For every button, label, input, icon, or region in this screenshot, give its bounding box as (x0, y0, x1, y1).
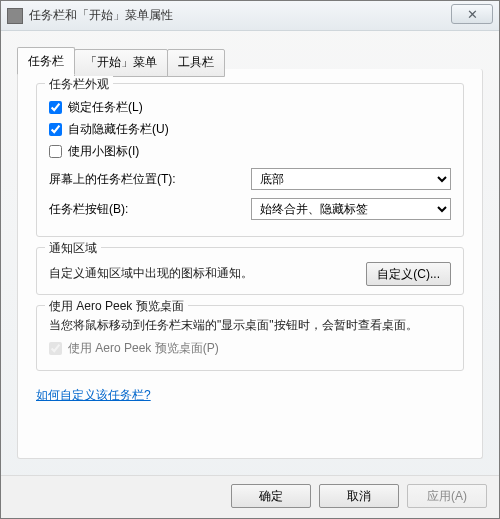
label-taskbar-position: 屏幕上的任务栏位置(T): (49, 171, 176, 188)
group-aero-peek-title: 使用 Aero Peek 预览桌面 (45, 298, 188, 315)
select-taskbar-position[interactable]: 底部 (251, 168, 451, 190)
titlebar: 任务栏和「开始」菜单属性 ✕ (1, 1, 499, 31)
row-aero-peek-checkbox: 使用 Aero Peek 预览桌面(P) (49, 340, 451, 357)
tab-toolbar-label: 工具栏 (178, 55, 214, 69)
tab-taskbar[interactable]: 任务栏 (17, 47, 75, 75)
tab-startmenu-label: 「开始」菜单 (85, 55, 157, 69)
checkbox-small-icons[interactable] (49, 145, 62, 158)
tab-panel-taskbar: 任务栏 「开始」菜单 工具栏 任务栏外观 锁定任务栏(L) 自动隐藏任务栏(U)… (17, 69, 483, 459)
text-aero-peek-desc: 当您将鼠标移动到任务栏末端的"显示桌面"按钮时，会暂时查看桌面。 (49, 316, 451, 335)
button-cancel[interactable]: 取消 (319, 484, 399, 508)
row-autohide-taskbar: 自动隐藏任务栏(U) (49, 121, 451, 138)
close-icon: ✕ (467, 7, 478, 22)
app-icon (7, 8, 23, 24)
checkbox-aero-peek (49, 342, 62, 355)
button-apply[interactable]: 应用(A) (407, 484, 487, 508)
text-notification-desc: 自定义通知区域中出现的图标和通知。 (49, 264, 358, 283)
label-small-icons: 使用小图标(I) (68, 143, 139, 160)
select-taskbar-buttons[interactable]: 始终合并、隐藏标签 (251, 198, 451, 220)
group-notification: 通知区域 自定义通知区域中出现的图标和通知。 自定义(C)... (36, 247, 464, 295)
row-lock-taskbar: 锁定任务栏(L) (49, 99, 451, 116)
group-aero-peek: 使用 Aero Peek 预览桌面 当您将鼠标移动到任务栏末端的"显示桌面"按钮… (36, 305, 464, 371)
link-how-to-customize[interactable]: 如何自定义该任务栏? (36, 387, 464, 404)
checkbox-lock-taskbar[interactable] (49, 101, 62, 114)
label-autohide-taskbar: 自动隐藏任务栏(U) (68, 121, 169, 138)
dialog-button-bar: 确定 取消 应用(A) (1, 475, 499, 518)
tab-toolbar[interactable]: 工具栏 (167, 49, 225, 77)
group-appearance-title: 任务栏外观 (45, 76, 113, 93)
tab-taskbar-label: 任务栏 (28, 54, 64, 68)
tab-startmenu[interactable]: 「开始」菜单 (74, 49, 168, 77)
row-taskbar-buttons: 任务栏按钮(B): 始终合并、隐藏标签 (49, 198, 451, 220)
label-taskbar-buttons: 任务栏按钮(B): (49, 201, 128, 218)
group-notification-title: 通知区域 (45, 240, 101, 257)
close-button[interactable]: ✕ (451, 4, 493, 24)
dialog-window: 任务栏和「开始」菜单属性 ✕ 任务栏 「开始」菜单 工具栏 任务栏外观 锁定任务… (0, 0, 500, 519)
label-lock-taskbar: 锁定任务栏(L) (68, 99, 143, 116)
row-small-icons: 使用小图标(I) (49, 143, 451, 160)
button-ok[interactable]: 确定 (231, 484, 311, 508)
tab-strip: 任务栏 「开始」菜单 工具栏 (17, 47, 224, 75)
window-title: 任务栏和「开始」菜单属性 (29, 7, 173, 24)
button-customize-notifications[interactable]: 自定义(C)... (366, 262, 451, 286)
label-aero-peek: 使用 Aero Peek 预览桌面(P) (68, 340, 219, 357)
tab-container: 任务栏 「开始」菜单 工具栏 任务栏外观 锁定任务栏(L) 自动隐藏任务栏(U)… (9, 61, 491, 467)
group-appearance: 任务栏外观 锁定任务栏(L) 自动隐藏任务栏(U) 使用小图标(I) 屏幕上的任… (36, 83, 464, 237)
row-taskbar-position: 屏幕上的任务栏位置(T): 底部 (49, 168, 451, 190)
row-notification-desc: 自定义通知区域中出现的图标和通知。 自定义(C)... (49, 262, 451, 286)
checkbox-autohide-taskbar[interactable] (49, 123, 62, 136)
